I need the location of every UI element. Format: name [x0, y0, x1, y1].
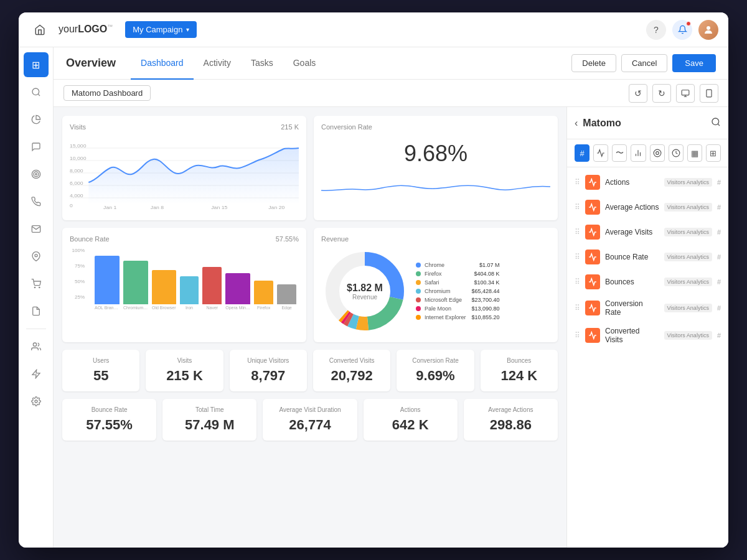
sidebar-item-location[interactable]	[24, 244, 49, 269]
bar-old: Old Browser	[152, 270, 176, 310]
mobile-view-button[interactable]	[700, 84, 718, 103]
widget-icon-converted-visits	[585, 328, 600, 343]
drag-handle-bounce-rate: ⠿	[575, 253, 580, 261]
save-button[interactable]: Save	[672, 54, 716, 72]
widget-type-wave[interactable]: 〜	[612, 144, 627, 162]
widget-type-grid[interactable]: ▦	[687, 144, 702, 162]
main-area: Overview Dashboard Activity Tasks Goals …	[54, 47, 728, 548]
revenue-legend: Chrome $1.07 M Firefox $404.08 K	[416, 262, 500, 320]
right-panel: ‹ Matomo # 〜	[566, 107, 728, 548]
widget-tag-converted-visits: Visitors Analytics	[664, 331, 712, 340]
sidebar-item-email[interactable]	[24, 217, 49, 241]
widget-type-donut[interactable]	[650, 144, 665, 162]
widget-hash-avg-visits: #	[717, 228, 721, 236]
sidebar-item-integrations[interactable]	[24, 362, 49, 386]
notifications-button[interactable]	[672, 20, 692, 40]
legend-safari: Safari $100.34 K	[416, 279, 500, 286]
dashboard-tab-bar: Matomo Dashboard ↺ ↻	[54, 80, 728, 107]
svg-line-41	[718, 124, 720, 126]
svg-text:Jan 20: Jan 20	[268, 204, 284, 210]
widget-hash-avg-actions: #	[717, 203, 721, 211]
sidebar-item-targeting[interactable]	[24, 162, 49, 187]
sidebar-item-shop[interactable]	[24, 271, 49, 296]
drag-handle-converted-visits: ⠿	[575, 331, 580, 340]
cancel-button[interactable]: Cancel	[621, 54, 667, 72]
widget-bounces[interactable]: ⠿ Bounces Visitors Analytics #	[567, 269, 728, 294]
sidebar-item-search[interactable]	[24, 80, 49, 105]
tab-activity[interactable]: Activity	[194, 47, 241, 80]
revenue-chart-card: Revenue	[314, 228, 558, 342]
page-title: Overview	[66, 57, 116, 70]
chart-header-revenue: Revenue	[321, 235, 550, 243]
revenue-center-label: Revenue	[347, 294, 383, 301]
widget-name-bounce-rate: Bounce Rate	[605, 253, 659, 261]
campaign-dropdown-button[interactable]: My Campaign ▾	[125, 21, 197, 38]
bar-edge: Edge	[277, 284, 296, 310]
panel-back-button[interactable]: ‹	[575, 118, 578, 129]
undo-button[interactable]: ↺	[629, 84, 647, 103]
widget-type-bar[interactable]	[631, 144, 646, 162]
svg-text:Jan 15: Jan 15	[211, 204, 227, 210]
bar-firefox: Firefox	[254, 281, 273, 310]
redo-button[interactable]: ↻	[652, 84, 671, 103]
drag-handle-actions: ⠿	[575, 178, 580, 187]
delete-button[interactable]: Delete	[571, 54, 616, 72]
svg-point-9	[33, 343, 36, 346]
sidebar-item-messages[interactable]	[24, 134, 49, 159]
drag-handle-avg-visits: ⠿	[575, 228, 580, 236]
widget-type-hash[interactable]: #	[575, 144, 590, 162]
revenue-donut-row: $1.82 M Revenue Chrome $1.07 M	[321, 248, 550, 335]
widget-type-line[interactable]	[593, 144, 608, 162]
tab-tasks[interactable]: Tasks	[241, 47, 283, 80]
dashboard-name-tab[interactable]: Matomo Dashboard	[63, 85, 151, 101]
sidebar-item-calls[interactable]	[24, 189, 49, 214]
widget-name-converted-visits: Converted Visits	[605, 327, 659, 344]
metric-users: Users 55	[62, 350, 139, 391]
sidebar-item-dashboard[interactable]: ⊞	[24, 52, 49, 77]
widget-icon-avg-actions	[585, 200, 600, 215]
panel-title: Matomo	[583, 118, 706, 129]
top-nav-right: ?	[646, 20, 718, 40]
svg-marker-10	[32, 370, 40, 378]
widget-hash-bounce-rate: #	[717, 253, 721, 261]
widget-name-actions: Actions	[605, 178, 659, 187]
widget-tag-avg-visits: Visitors Analytics	[664, 228, 712, 236]
metric-conversion-rate: Conversion Rate 9.69%	[397, 350, 474, 391]
panel-search-button[interactable]	[711, 117, 721, 129]
drag-handle-avg-actions: ⠿	[575, 203, 580, 212]
help-button[interactable]: ?	[646, 20, 666, 40]
home-icon[interactable]	[29, 19, 51, 41]
widget-avg-actions[interactable]: ⠿ Average Actions Visitors Analytics #	[567, 195, 728, 220]
desktop-view-button[interactable]	[676, 84, 695, 103]
bar-opera: Opera Mini OSE	[225, 273, 250, 310]
visits-chart-card: Visits 215 K	[62, 116, 306, 220]
svg-text:Jan 1: Jan 1	[103, 204, 117, 210]
sidebar-item-docs[interactable]	[24, 299, 49, 324]
revenue-chart-title: Revenue	[321, 235, 349, 243]
sidebar-item-settings[interactable]	[24, 389, 49, 414]
svg-text:8,000: 8,000	[70, 167, 83, 174]
bar-iron: Iron	[180, 276, 199, 310]
bar-naver: Naver	[202, 267, 222, 310]
user-avatar[interactable]	[698, 20, 718, 40]
widget-hash-converted-visits: #	[717, 332, 721, 339]
metrics-row-2: Bounce Rate 57.55% Total Time 57.49 M Av…	[62, 399, 558, 441]
widget-bounce-rate[interactable]: ⠿ Bounce Rate Visitors Analytics #	[567, 245, 728, 269]
svg-point-40	[712, 118, 719, 125]
widget-type-time[interactable]	[669, 144, 684, 162]
tab-goals[interactable]: Goals	[283, 47, 326, 80]
legend-chrome: Chrome $1.07 M	[416, 262, 500, 268]
widget-avg-visits[interactable]: ⠿ Average Visits Visitors Analytics #	[567, 220, 728, 245]
metric-actions: Actions 642 K	[364, 399, 458, 441]
sidebar-item-analytics[interactable]	[24, 107, 49, 132]
widget-actions[interactable]: ⠿ Actions Visitors Analytics #	[567, 170, 728, 195]
bounce-chart-title: Bounce Rate	[70, 235, 110, 243]
widget-converted-visits[interactable]: ⠿ Converted Visits Visitors Analytics #	[567, 322, 728, 349]
tab-dashboard[interactable]: Dashboard	[131, 47, 194, 80]
inner-layout: Visits 215 K	[54, 107, 728, 548]
svg-point-7	[34, 287, 35, 287]
sidebar-item-users[interactable]	[24, 334, 49, 359]
widget-conversion-rate[interactable]: ⠿ Conversion Rate Visitors Analytics #	[567, 294, 728, 322]
widget-type-table[interactable]: ⊞	[706, 144, 721, 162]
widget-list: ⠿ Actions Visitors Analytics # ⠿	[567, 167, 728, 548]
